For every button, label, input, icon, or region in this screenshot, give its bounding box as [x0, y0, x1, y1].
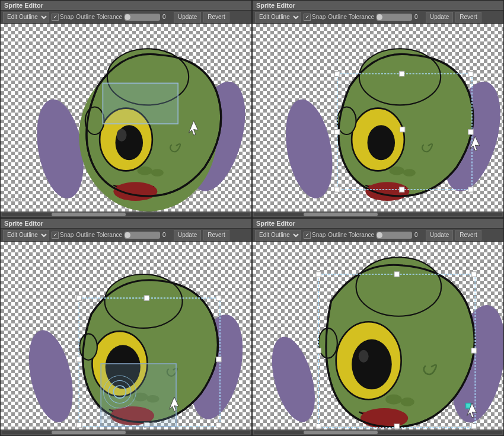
title-bar-4: Sprite Editor	[253, 219, 503, 229]
canvas-area-1[interactable]: outline	[1, 24, 251, 211]
mode-select-2[interactable]: Edit Outline	[255, 12, 301, 23]
canvas-area-2[interactable]	[253, 24, 503, 211]
svg-point-6	[138, 166, 152, 175]
tolerance-slider-3[interactable]	[125, 232, 160, 239]
panel-bottom-left: Sprite Editor Edit Outline ✓ Snap Outlin…	[0, 218, 252, 436]
tolerance-slider-2[interactable]	[377, 14, 412, 21]
svg-point-12	[279, 96, 339, 202]
svg-rect-65	[471, 272, 476, 277]
toolbar-1: Edit Outline ✓ Snap Outline Tolerance 0 …	[1, 11, 251, 24]
scrollbar-thumb-3[interactable]	[52, 431, 126, 434]
svg-rect-11	[103, 83, 178, 124]
svg-rect-41	[76, 296, 81, 300]
outline-label-2: Outline Tolerance	[328, 14, 374, 20]
svg-rect-70	[316, 348, 321, 353]
svg-rect-22	[335, 71, 340, 76]
svg-point-57	[359, 350, 369, 363]
mode-select-3[interactable]: Edit Outline	[3, 230, 49, 241]
mode-select-4[interactable]: Edit Outline	[255, 230, 301, 241]
scrollbar-thumb-1[interactable]	[52, 213, 126, 216]
scrollbar-track-1[interactable]	[2, 213, 250, 216]
svg-rect-25	[468, 187, 473, 192]
outline-label-4: Outline Tolerance	[328, 232, 374, 238]
svg-point-60	[361, 408, 408, 428]
svg-point-15	[368, 125, 395, 160]
snap-area-1: ✓ Snap	[52, 14, 74, 21]
svg-rect-30	[400, 127, 404, 132]
tolerance-value-1: 0	[162, 14, 171, 20]
title-bar-3: Sprite Editor	[1, 219, 251, 229]
main-grid: Sprite Editor Edit Outline ✓ Snap Outlin…	[0, 0, 504, 436]
outline-label-3: Outline Tolerance	[76, 232, 122, 238]
snap-checkbox-3[interactable]: ✓	[52, 232, 59, 239]
svg-rect-45	[144, 296, 149, 300]
snap-area-4: ✓ Snap	[304, 232, 326, 239]
update-btn-2[interactable]: Update	[426, 12, 453, 23]
svg-rect-64	[316, 272, 321, 277]
update-btn-4[interactable]: Update	[426, 230, 453, 241]
snap-area-2: ✓ Snap	[304, 14, 326, 21]
svg-rect-71	[471, 348, 476, 353]
outline-label-bottom-1: outline	[4, 196, 21, 203]
update-btn-1[interactable]: Update	[174, 12, 201, 23]
svg-rect-49	[101, 364, 176, 427]
svg-rect-69	[394, 424, 399, 428]
canvas-area-4[interactable]	[253, 242, 503, 429]
revert-btn-1[interactable]: Revert	[203, 12, 229, 23]
panel-top-left: Sprite Editor Edit Outline ✓ Snap Outlin…	[0, 0, 252, 218]
sprite-svg-1	[1, 24, 251, 211]
svg-rect-28	[335, 130, 340, 134]
tolerance-value-2: 0	[414, 14, 423, 20]
tolerance-value-3: 0	[162, 232, 171, 238]
svg-rect-43	[76, 422, 81, 427]
svg-point-58	[385, 395, 401, 405]
svg-point-59	[401, 397, 414, 406]
svg-rect-24	[335, 187, 340, 192]
canvas-area-3[interactable]	[1, 242, 251, 429]
sprite-svg-3	[1, 242, 251, 429]
tolerance-value-4: 0	[414, 232, 423, 238]
svg-rect-68	[394, 272, 399, 277]
scrollbar-track-2[interactable]	[254, 213, 502, 216]
svg-point-16	[390, 166, 404, 175]
svg-rect-44	[216, 422, 221, 427]
sprite-svg-2	[253, 24, 503, 211]
snap-label-4: Snap	[312, 232, 326, 238]
scrollbar-2[interactable]	[253, 211, 503, 217]
tolerance-slider-1[interactable]	[125, 14, 160, 21]
tolerance-slider-4[interactable]	[377, 232, 412, 239]
snap-checkbox-1[interactable]: ✓	[52, 14, 59, 21]
svg-rect-48	[216, 357, 221, 361]
panel-top-right: Sprite Editor Edit Outline ✓ Snap Outlin…	[252, 0, 504, 218]
revert-btn-4[interactable]: Revert	[455, 230, 481, 241]
scrollbar-1[interactable]	[1, 211, 251, 217]
svg-point-56	[352, 339, 392, 390]
snap-label-1: Snap	[60, 14, 74, 20]
title-text-1: Sprite Editor	[4, 2, 43, 9]
title-bar-2: Sprite Editor	[253, 1, 503, 11]
revert-btn-2[interactable]: Revert	[455, 12, 481, 23]
panel-bottom-right: Sprite Editor Edit Outline ✓ Snap Outlin…	[252, 218, 504, 436]
snap-checkbox-2[interactable]: ✓	[304, 14, 311, 21]
scrollbar-thumb-2[interactable]	[304, 213, 378, 216]
svg-point-61	[318, 328, 337, 358]
svg-rect-67	[471, 424, 476, 428]
update-btn-3[interactable]: Update	[174, 230, 201, 241]
svg-point-53	[264, 332, 323, 427]
svg-point-7	[151, 169, 164, 177]
scrollbar-track-4[interactable]	[254, 431, 502, 434]
title-text-4: Sprite Editor	[256, 220, 295, 227]
scrollbar-3[interactable]	[1, 429, 251, 435]
revert-btn-3[interactable]: Revert	[203, 230, 229, 241]
scrollbar-track-3[interactable]	[2, 431, 250, 434]
svg-point-5	[117, 129, 127, 142]
snap-label-3: Snap	[60, 232, 74, 238]
mode-select-1[interactable]: Edit Outline	[3, 12, 49, 23]
svg-rect-26	[399, 71, 404, 76]
scrollbar-thumb-4[interactable]	[304, 431, 378, 434]
svg-point-31	[21, 326, 80, 427]
scrollbar-4[interactable]	[253, 429, 503, 435]
title-text-2: Sprite Editor	[256, 2, 295, 9]
snap-checkbox-4[interactable]: ✓	[304, 232, 311, 239]
svg-rect-73	[465, 403, 470, 408]
